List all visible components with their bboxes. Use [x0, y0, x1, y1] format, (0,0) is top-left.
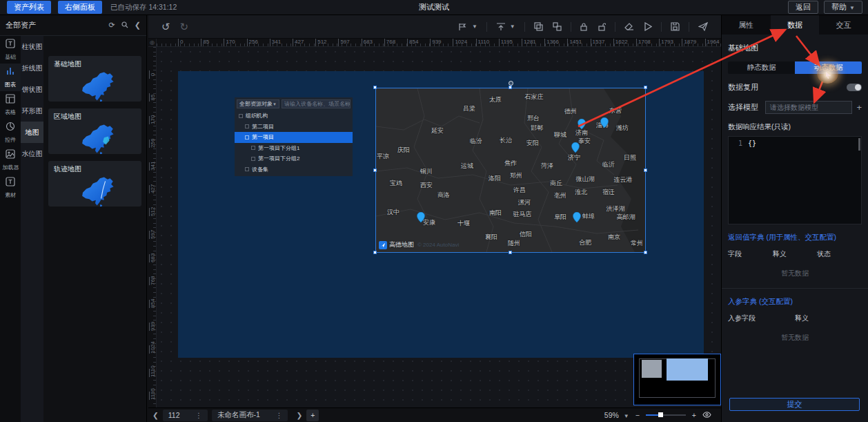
tree-row-第一项目下分组2[interactable]: 第一项目下分组2: [235, 153, 353, 164]
help-dropdown[interactable]: 帮助▼: [824, 1, 862, 14]
checkbox-icon[interactable]: [245, 124, 249, 128]
lock-icon[interactable]: [580, 22, 588, 31]
asset-thumbnail-轨迹地图[interactable]: 轨迹地图: [48, 161, 141, 207]
resize-handle-nw[interactable]: [373, 86, 377, 89]
ruler-mark: 512: [315, 39, 326, 47]
submit-button[interactable]: 提交: [729, 398, 860, 411]
sidebar-item-加载器[interactable]: 加载器: [0, 146, 21, 174]
ruler-mark: 768: [149, 277, 156, 285]
checkbox-icon[interactable]: [251, 146, 255, 150]
category-地图[interactable]: 地图: [21, 122, 43, 143]
resize-handle-e[interactable]: [644, 169, 647, 172]
category-水位图[interactable]: 水位图: [21, 143, 43, 164]
model-select-input[interactable]: 请选择数据模型: [765, 101, 852, 114]
control-icon: [6, 122, 15, 134]
back-button[interactable]: 返回: [788, 1, 818, 14]
tree-row-设备集[interactable]: 设备集: [235, 164, 353, 175]
sidebar-item-表格[interactable]: 表格: [0, 91, 21, 119]
category-环形图[interactable]: 环形图: [21, 100, 43, 122]
tab-属性[interactable]: 属性: [722, 15, 771, 35]
ruler-origin-icon[interactable]: ◎: [148, 39, 157, 47]
tree-row-第一项目下分组1[interactable]: 第一项目下分组1: [235, 143, 353, 154]
right-panel-button[interactable]: 右侧面板: [58, 1, 102, 14]
checkbox-icon[interactable]: [245, 167, 249, 171]
tab-交互[interactable]: 交互: [819, 15, 868, 35]
checkbox-icon[interactable]: [239, 114, 243, 118]
prev-canvas-icon[interactable]: ❮: [148, 411, 163, 419]
rotate-handle[interactable]: [509, 81, 513, 86]
data-mode-switch: 静态数据 动态数据: [728, 61, 862, 74]
play-icon[interactable]: [644, 22, 652, 31]
undo-icon[interactable]: ↺: [161, 21, 170, 32]
asset-thumbnail-区域地图[interactable]: 区域地图: [48, 108, 141, 154]
sidebar-item-素材[interactable]: 素材: [0, 174, 21, 202]
search-icon[interactable]: [121, 21, 128, 30]
zoom-level-dropdown[interactable]: 59% ▼: [604, 411, 629, 419]
resize-handle-s[interactable]: [509, 251, 512, 254]
tree-row-第二项目[interactable]: 第二项目: [235, 122, 353, 133]
add-canvas-button[interactable]: +: [306, 410, 319, 421]
category-饼状图[interactable]: 饼状图: [21, 79, 43, 100]
dynamic-data-button[interactable]: 动态数据: [795, 61, 862, 74]
zoom-out-icon[interactable]: −: [635, 411, 640, 419]
map-city-label: 合肥: [579, 238, 591, 247]
category-折线图[interactable]: 折线图: [21, 57, 43, 79]
canvas-tab-112[interactable]: 112⋮: [163, 410, 208, 421]
collapse-icon[interactable]: ❮: [135, 21, 141, 29]
ungroup-icon[interactable]: [553, 22, 562, 31]
zoom-in-icon[interactable]: +: [692, 411, 696, 419]
ruler-mark: 939: [149, 323, 156, 331]
ruler-mark: 597: [149, 231, 156, 239]
basic-map-widget[interactable]: 太原石家庄吕梁德州东营邢台邯郸聊城济南淄博潍坊延安临汾长治安阳泰安庆阳平凉济宁菏…: [376, 88, 645, 252]
zoom-slider-thumb[interactable]: [658, 412, 663, 417]
checkbox-icon[interactable]: [251, 157, 255, 161]
publish-icon[interactable]: [698, 22, 708, 31]
chevron-down-icon: ▼: [273, 102, 277, 106]
sidebar-item-图表[interactable]: 图表: [0, 64, 21, 91]
resize-handle-w[interactable]: [373, 169, 377, 172]
data-reuse-toggle[interactable]: [847, 84, 862, 91]
resize-handle-ne[interactable]: [644, 86, 647, 89]
sidebar-item-基础[interactable]: 基础: [0, 36, 21, 64]
code-scrollbar[interactable]: [858, 138, 860, 151]
refresh-icon[interactable]: ⟳: [109, 21, 115, 29]
device-search-input[interactable]: 请输入设备名称、场景名称查询: [282, 99, 351, 108]
asset-thumbnail-基础地图[interactable]: 基础地图: [48, 56, 141, 102]
minimap[interactable]: [633, 354, 721, 405]
add-model-button[interactable]: +: [856, 102, 862, 113]
save-icon[interactable]: [671, 22, 680, 31]
zoom-slider[interactable]: [646, 414, 686, 416]
resize-handle-sw[interactable]: [373, 251, 377, 254]
resize-handle-n[interactable]: [509, 86, 512, 89]
loader-image-icon: [6, 149, 15, 162]
return-dict-header: 字段释义状态: [728, 249, 862, 259]
canvas-tab-unnamed[interactable]: 未命名画布-1⋮: [212, 410, 288, 421]
tree-row-组织机构[interactable]: 组织机构: [235, 111, 353, 122]
redo-icon[interactable]: ↻: [180, 21, 189, 32]
map-watermark: 高德地图© 2024 AutoNavi: [379, 240, 459, 249]
resize-handle-se[interactable]: [644, 251, 647, 254]
checkbox-icon[interactable]: [245, 135, 249, 140]
device-tree-widget[interactable]: 全部资源对象▼ 请输入设备名称、场景名称查询 组织机构第二项目第一项目第一项目下…: [235, 97, 353, 176]
asset-list-button[interactable]: 资产列表: [7, 1, 51, 14]
unlock-icon[interactable]: [598, 22, 606, 31]
group-icon[interactable]: [534, 22, 543, 31]
fit-view-icon[interactable]: [702, 411, 711, 419]
china-map-graphic: [48, 122, 141, 154]
ruler-mark: 170: [149, 116, 156, 124]
static-data-button[interactable]: 静态数据: [728, 61, 795, 74]
category-柱状图[interactable]: 柱状图: [21, 36, 43, 57]
tree-row-第一项目[interactable]: 第一项目: [235, 132, 353, 143]
align-top-icon[interactable]: ▼: [496, 23, 515, 31]
ruler-mark: 1024: [453, 39, 467, 47]
align-distribute-icon[interactable]: ▼: [458, 23, 477, 31]
eraser-icon[interactable]: [624, 22, 634, 31]
tab-menu-icon[interactable]: ⋮: [275, 411, 283, 419]
response-code-editor[interactable]: 1 {}: [728, 136, 862, 224]
tab-menu-icon[interactable]: ⋮: [195, 411, 203, 419]
sidebar-item-控件[interactable]: 控件: [0, 119, 21, 146]
tab-数据[interactable]: 数据: [771, 15, 820, 35]
code-content: {}: [748, 140, 756, 147]
next-canvas-icon[interactable]: ❯: [292, 411, 306, 419]
resource-type-select[interactable]: 全部资源对象▼: [237, 99, 279, 108]
